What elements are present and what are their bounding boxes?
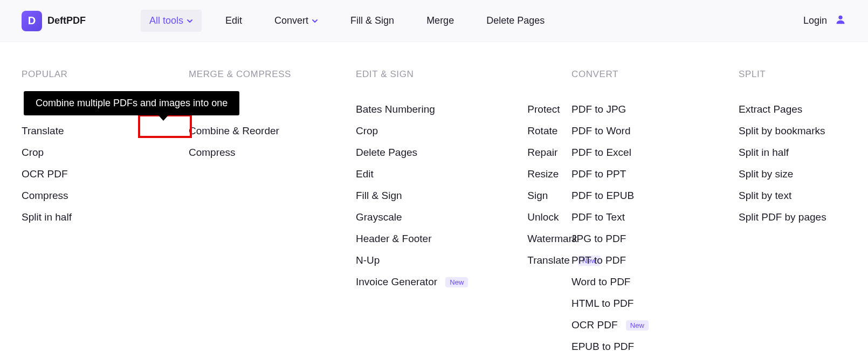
nav-fill-sign[interactable]: Fill & Sign: [342, 10, 403, 32]
menu-item-cv-pdf2ppt[interactable]: PDF to PPT: [571, 168, 679, 180]
nav-right: Login: [803, 13, 846, 28]
nav-convert-label: Convert: [274, 15, 308, 26]
navbar: D DeftPDF All tools Edit Convert Fill & …: [0, 0, 868, 42]
menu-item-cv-jpg2pdf[interactable]: JPG to PDF: [571, 233, 679, 245]
menu-item-es-grayscale[interactable]: Grayscale: [356, 211, 468, 223]
menu-item-es-bates[interactable]: Bates Numbering: [356, 104, 468, 115]
nav-fill-sign-label: Fill & Sign: [350, 15, 394, 26]
col-edit-sign-wrap: Bates Numbering Crop Delete Pages Edit F…: [356, 104, 512, 288]
menu-item-cv-pdf2text[interactable]: PDF to Text: [571, 211, 679, 223]
nav-all-tools[interactable]: All tools: [141, 10, 202, 32]
col-convert: CONVERT PDF to JPG PDF to Word PDF to Ex…: [571, 69, 679, 351]
menu-item-es-nup[interactable]: N-Up: [356, 254, 468, 266]
menu-edit-sign-a: Bates Numbering Crop Delete Pages Edit F…: [356, 104, 468, 288]
menu-item-cv-ppt2pdf[interactable]: PPT to PDF: [571, 254, 679, 266]
nav-all-tools-label: All tools: [149, 15, 183, 26]
menu-item-sp-text[interactable]: Split by text: [739, 190, 846, 202]
svg-point-0: [838, 16, 842, 19]
logo-text: DeftPDF: [47, 15, 86, 26]
nav-edit-label: Edit: [225, 15, 242, 26]
nav-delete-pages[interactable]: Delete Pages: [478, 10, 553, 32]
col-popular-title: POPULAR: [22, 69, 129, 80]
menu-item-sp-half[interactable]: Split in half: [739, 147, 846, 159]
menu-item-cv-word2pdf[interactable]: Word to PDF: [571, 276, 679, 288]
menu-item-es-invoice[interactable]: Invoice Generator New: [356, 276, 468, 288]
badge-new: New: [626, 320, 649, 331]
col-merge-compress-title: MERGE & COMPRESS: [189, 69, 297, 80]
menu-item-sp-extract[interactable]: Extract Pages: [739, 104, 846, 115]
tooltip-text: Combine multiple PDFs and images into on…: [36, 98, 228, 108]
menu-item-popular-splithalf[interactable]: Split in half: [22, 211, 129, 223]
menu-item-es-headerfooter[interactable]: Header & Footer: [356, 233, 468, 245]
badge-new: New: [445, 277, 468, 287]
menu-item-cv-html2pdf[interactable]: HTML to PDF: [571, 298, 679, 309]
nav-edit[interactable]: Edit: [217, 10, 251, 32]
chevron-down-icon: [187, 18, 193, 24]
menu-item-es-invoice-label: Invoice Generator: [356, 276, 437, 287]
col-convert-title: CONVERT: [571, 69, 679, 80]
menu-convert: PDF to JPG PDF to Word PDF to Excel PDF …: [571, 104, 679, 351]
menu-item-popular-ocr[interactable]: OCR PDF: [22, 168, 129, 180]
menu-popular: Merge Translate Crop OCR PDF Compress Sp…: [22, 104, 129, 223]
menu-item-cv-pdf2excel[interactable]: PDF to Excel: [571, 147, 679, 159]
menu-item-cv-epub2pdf[interactable]: EPUB to PDF: [571, 341, 679, 351]
nav-delete-pages-label: Delete Pages: [486, 15, 545, 26]
nav-convert[interactable]: Convert: [266, 10, 327, 32]
menu-item-popular-translate[interactable]: Translate: [22, 125, 129, 137]
logo-icon: D: [22, 11, 42, 31]
menu-item-sp-pages[interactable]: Split PDF by pages: [739, 211, 846, 223]
col-edit-sign: EDIT & SIGN Bates Numbering Crop Delete …: [356, 69, 512, 351]
menu-item-sp-bookmarks[interactable]: Split by bookmarks: [739, 125, 846, 137]
menu-item-cv-pdf2word[interactable]: PDF to Word: [571, 125, 679, 137]
menu-item-cv-pdf2epub[interactable]: PDF to EPUB: [571, 190, 679, 202]
menu-item-cv-ocrpdf[interactable]: OCR PDF New: [571, 319, 679, 331]
nav-merge[interactable]: Merge: [418, 10, 463, 32]
menu-item-es-delete[interactable]: Delete Pages: [356, 147, 468, 159]
chevron-down-icon: [312, 18, 318, 24]
nav-merge-label: Merge: [426, 15, 454, 26]
col-edit-sign-title: EDIT & SIGN: [356, 69, 512, 80]
logo[interactable]: D DeftPDF: [22, 11, 86, 31]
tooltip-merge: Combine multiple PDFs and images into on…: [24, 91, 239, 115]
mega-menu: POPULAR Merge Translate Crop OCR PDF Com…: [0, 42, 868, 351]
col-split-title: SPLIT: [739, 69, 846, 80]
menu-item-mc-compress[interactable]: Compress: [189, 147, 297, 159]
nav-items: All tools Edit Convert Fill & Sign Merge: [141, 10, 553, 32]
menu-item-es-edit[interactable]: Edit: [356, 168, 468, 180]
menu-item-cv-pdf2jpg[interactable]: PDF to JPG: [571, 104, 679, 115]
menu-item-cv-ocrpdf-label: OCR PDF: [571, 319, 618, 331]
menu-item-es-translate-label: Translate: [527, 254, 570, 266]
menu-item-popular-compress[interactable]: Compress: [22, 190, 129, 202]
col-split: SPLIT Extract Pages Split by bookmarks S…: [739, 69, 846, 351]
menu-split: Extract Pages Split by bookmarks Split i…: [739, 104, 846, 223]
login-link[interactable]: Login: [803, 15, 827, 26]
user-icon[interactable]: [835, 13, 846, 28]
menu-item-es-crop[interactable]: Crop: [356, 125, 468, 137]
menu-item-popular-crop[interactable]: Crop: [22, 147, 129, 159]
menu-item-es-fillsign[interactable]: Fill & Sign: [356, 190, 468, 202]
page: D DeftPDF All tools Edit Convert Fill & …: [0, 0, 868, 351]
menu-item-sp-size[interactable]: Split by size: [739, 168, 846, 180]
menu-item-mc-combine[interactable]: Combine & Reorder: [189, 125, 297, 137]
